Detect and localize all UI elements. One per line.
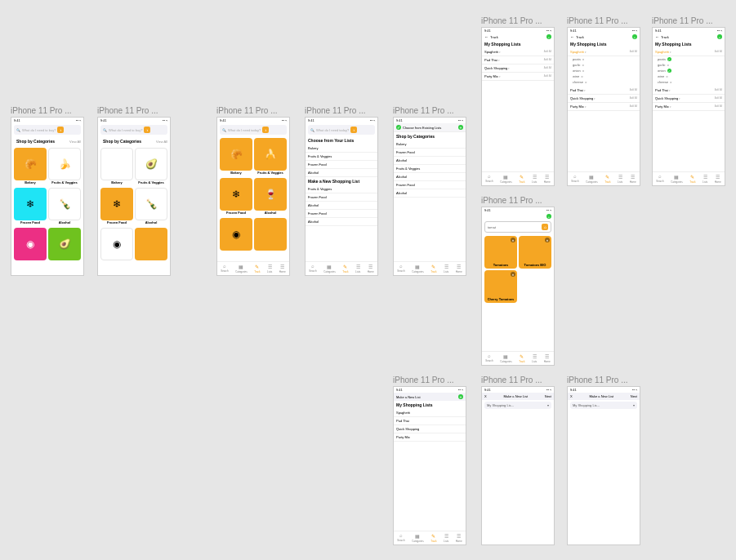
result-tile[interactable]: ×Tomatoes BIO — [519, 236, 551, 269]
category-tile-fruits[interactable]: 🍌 — [48, 148, 81, 180]
add-icon[interactable]: + — [458, 125, 463, 130]
add-list-button[interactable]: + — [458, 394, 463, 399]
list-row[interactable]: Alcohol — [306, 202, 377, 210]
add-button[interactable]: + — [546, 214, 551, 219]
list-row[interactable]: Frozen Food — [306, 193, 377, 202]
tab-categories[interactable]: ▦Categories — [235, 264, 248, 273]
list-row[interactable]: Alcohol — [306, 169, 377, 177]
close-icon[interactable]: × — [545, 238, 550, 242]
list-row[interactable]: Pad Thai ▾Add All — [568, 87, 640, 95]
list-row[interactable]: Party Mix — [394, 433, 466, 442]
category-tile-fruit2[interactable]: ◉ — [100, 228, 133, 260]
list-row[interactable]: Alcohol — [394, 173, 466, 181]
ingredient-row[interactable]: cheese ○ — [573, 79, 637, 85]
ingredient-row[interactable]: garlic ○ — [573, 62, 637, 68]
category-tile-frozen[interactable]: ❄ — [14, 188, 47, 220]
add-button[interactable]: + — [546, 34, 551, 39]
chevron-down-icon: ▾ — [547, 403, 549, 407]
tab-bar: ⌕Search ▦Categories ✎Track ☰Lists ☰Home — [306, 261, 377, 275]
close-icon[interactable]: × — [511, 238, 515, 242]
list-row[interactable]: Frozen Food — [394, 181, 466, 189]
list-row[interactable]: Frozen Food — [306, 210, 377, 218]
list-row[interactable]: Bakery — [306, 144, 377, 153]
ingredient-row[interactable]: wine ○ — [573, 73, 637, 79]
list-dropdown[interactable]: My Shopping Lis...▾ — [484, 402, 551, 409]
search-bar[interactable]: 🔍What do I need today?› — [308, 125, 375, 135]
close-icon[interactable]: × — [511, 272, 515, 277]
list-row[interactable]: Quick Shopping — [394, 425, 466, 433]
list-row[interactable]: Pad Thai ▾Add All — [482, 56, 554, 64]
category-tile-alcohol[interactable]: 🍾 — [135, 188, 167, 220]
list-row[interactable]: Spaghetti — [394, 409, 466, 417]
tab-home[interactable]: ☰Home — [279, 264, 286, 273]
tab-lists[interactable]: ☰Lists — [267, 264, 272, 273]
category-tile-frozen[interactable]: ❄ — [220, 178, 252, 211]
artboard-label: iPhone 11 Pro ... — [11, 106, 84, 115]
list-row[interactable]: Pad Thai ▾Add All — [653, 87, 725, 95]
search-button[interactable]: ⌕ — [542, 224, 548, 230]
list-row[interactable]: Spaghetti ▾Add All — [482, 48, 554, 56]
category-tile-fruit2[interactable]: ◉ — [220, 218, 252, 251]
category-tile-fruit2[interactable]: ◉ — [14, 228, 47, 260]
ingredient-row[interactable]: cheese ○ — [658, 79, 722, 85]
tab-search[interactable]: ⌕Search — [221, 264, 229, 273]
list-row[interactable]: Frozen Food — [306, 161, 377, 169]
list-dropdown[interactable]: My Shopping Lis...▾ — [570, 402, 637, 409]
category-tile-fruits[interactable]: 🥑 — [135, 148, 167, 180]
list-row[interactable]: Alcohol — [394, 189, 466, 198]
search-bar[interactable]: 🔍What do I need to buy?› — [100, 125, 167, 135]
list-row[interactable]: Pad Thai — [394, 417, 466, 425]
category-tile-avocado[interactable]: 🥑 — [48, 228, 81, 260]
category-tile-alcohol[interactable]: 🍷 — [254, 178, 287, 211]
phone-choose-lists: 9:41•• ⌁ 🔍What do I need today?› Choose … — [305, 117, 378, 276]
add-button[interactable]: + — [632, 34, 637, 39]
list-row[interactable]: Frozen Food — [394, 149, 466, 157]
tab-track[interactable]: ✎Track — [254, 264, 260, 273]
category-tile-alcohol[interactable]: 🍾 — [48, 188, 81, 220]
back-icon[interactable]: ← — [570, 34, 574, 39]
category-tile-frozen[interactable]: ❄ — [100, 188, 133, 220]
search-button[interactable]: › — [57, 127, 64, 133]
list-row-expanded[interactable]: Spaghetti ▾Add All — [653, 48, 725, 56]
list-row[interactable]: Quick Shopping ▾Add All — [653, 95, 725, 103]
close-button[interactable]: X — [570, 394, 573, 398]
list-row[interactable]: Party Mix ▾Add All — [568, 103, 640, 111]
search-bar[interactable]: 🔍What do I need today?› — [220, 125, 287, 135]
category-tile-bakery[interactable] — [100, 148, 133, 180]
category-tile-bakery[interactable]: 🥐 — [14, 148, 47, 180]
list-row[interactable]: Fruits & Veggies — [306, 185, 377, 193]
category-tile-fruits[interactable]: 🍌 — [254, 138, 287, 171]
ingredient-row[interactable]: garlic ○ — [658, 62, 722, 68]
result-tile[interactable]: ×Tomatoes — [484, 236, 517, 269]
ingredient-row[interactable]: onion ○ — [573, 68, 637, 73]
result-tile[interactable]: ×Cherry Tomatoes — [484, 270, 517, 303]
choose-existing-row[interactable]: ✓Choose from Existing Lists + — [394, 123, 466, 132]
ingredient-row-checked[interactable]: onion ✓ — [658, 68, 722, 73]
view-all-link[interactable]: View All — [69, 140, 81, 144]
list-row[interactable]: Party Mix ▾Add All — [653, 103, 725, 111]
ingredient-row-checked[interactable]: pasta ✓ — [658, 56, 722, 62]
list-row[interactable]: Fruits & Veggies — [394, 165, 466, 173]
close-button[interactable]: X — [484, 394, 487, 398]
back-icon[interactable]: ← — [655, 34, 659, 39]
ingredient-row[interactable]: pasta ○ — [573, 56, 637, 62]
list-row[interactable]: Alcohol — [394, 157, 466, 165]
list-row[interactable]: Alcohol — [306, 218, 377, 226]
next-button[interactable]: Next — [545, 394, 551, 398]
list-row[interactable]: Quick Shopping ▾Add All — [568, 95, 640, 103]
search-bar[interactable]: 🔍What do I need to buy?› — [14, 125, 81, 135]
list-row[interactable]: Quick Shopping ▾Add All — [482, 64, 554, 73]
next-button[interactable]: Next — [631, 394, 637, 398]
list-row[interactable]: Bakery — [394, 140, 466, 149]
list-row-expanded[interactable]: Spaghetti ▾Add All — [568, 48, 640, 56]
category-tile-blank[interactable] — [254, 218, 287, 251]
list-row[interactable]: Party Mix ▾Add All — [482, 73, 554, 81]
add-button[interactable]: + — [717, 34, 722, 39]
category-tile-blank[interactable] — [135, 228, 167, 260]
category-tile-bakery[interactable]: 🥐 — [220, 138, 252, 171]
back-icon[interactable]: ← — [484, 34, 488, 39]
list-row[interactable]: Fruits & Veggies — [306, 153, 377, 161]
ingredient-row[interactable]: wine ○ — [658, 73, 722, 79]
make-new-list-row: Make a New List+ — [394, 393, 466, 401]
search-input-filled[interactable]: ⌕ — [484, 221, 551, 233]
